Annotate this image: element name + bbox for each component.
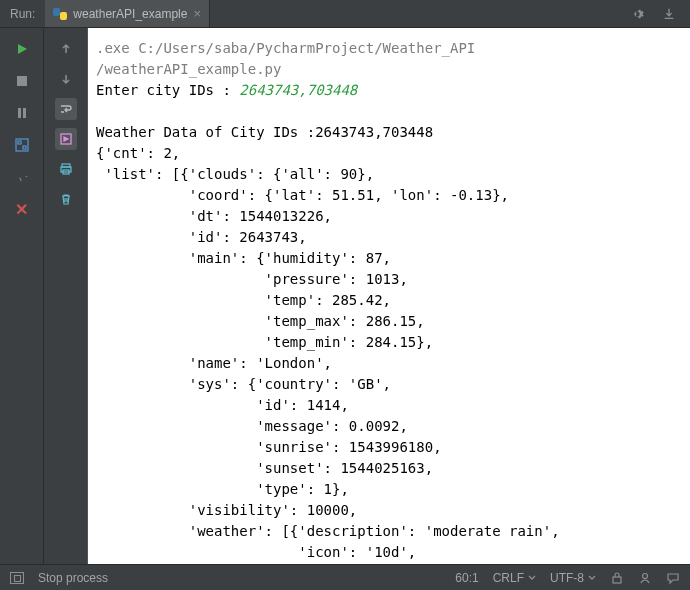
python-file-icon — [53, 7, 67, 21]
svg-rect-1 — [17, 76, 27, 86]
line-separator-label: CRLF — [493, 571, 524, 585]
delete-button[interactable] — [55, 188, 77, 210]
tab-title: weatherAPI_example — [73, 7, 187, 21]
pause-icon — [16, 107, 28, 119]
settings-button[interactable] — [626, 3, 648, 25]
exe-path-2: /weatherAPI_example.py — [96, 61, 281, 77]
prompt-user-input: 2643743,703448 — [239, 82, 357, 98]
ide-feedback-button[interactable] — [666, 571, 680, 585]
down-stack-button[interactable] — [55, 68, 77, 90]
file-encoding[interactable]: UTF-8 — [550, 571, 596, 585]
encoding-label: UTF-8 — [550, 571, 584, 585]
download-button[interactable] — [658, 3, 680, 25]
chevron-down-icon — [588, 574, 596, 582]
svg-point-12 — [643, 573, 648, 578]
scroll-end-icon — [59, 132, 73, 146]
svg-rect-6 — [23, 146, 26, 149]
caret-position[interactable]: 60:1 — [455, 571, 478, 585]
close-panel-button[interactable]: ✕ — [11, 198, 33, 220]
layout-icon — [15, 138, 29, 152]
arrow-up-icon — [60, 43, 72, 55]
run-tab[interactable]: weatherAPI_example × — [45, 0, 210, 27]
tool-window-icon[interactable] — [10, 572, 24, 584]
exe-path-1: .exe C:/Users/saba/PycharmProject/Weathe… — [96, 40, 475, 56]
up-stack-button[interactable] — [55, 38, 77, 60]
chat-icon — [666, 571, 680, 585]
prompt-label: Enter city IDs : — [96, 82, 239, 98]
read-only-toggle[interactable] — [610, 571, 624, 585]
svg-rect-3 — [23, 108, 26, 118]
console-output[interactable]: .exe C:/Users/saba/PycharmProject/Weathe… — [88, 28, 690, 564]
print-button[interactable] — [55, 158, 77, 180]
svg-rect-2 — [18, 108, 21, 118]
stop-square-icon — [16, 75, 28, 87]
chevron-down-icon — [528, 574, 536, 582]
printer-icon — [59, 162, 73, 176]
account-button[interactable] — [638, 571, 652, 585]
user-icon — [638, 571, 652, 585]
soft-wrap-icon — [59, 102, 73, 116]
svg-marker-0 — [18, 44, 27, 54]
status-message: Stop process — [38, 571, 108, 585]
soft-wrap-button[interactable] — [55, 98, 77, 120]
pin-button[interactable] — [11, 166, 33, 188]
pause-button[interactable] — [11, 102, 33, 124]
arrow-down-icon — [60, 73, 72, 85]
run-tool-label: Run: — [0, 0, 45, 27]
stop-button[interactable] — [11, 70, 33, 92]
program-output: Weather Data of City IDs :2643743,703448… — [96, 124, 560, 560]
console-text: .exe C:/Users/saba/PycharmProject/Weathe… — [96, 38, 682, 563]
download-icon — [662, 7, 676, 21]
gear-icon — [630, 7, 644, 21]
scroll-to-end-button[interactable] — [55, 128, 77, 150]
lock-icon — [610, 571, 624, 585]
svg-rect-5 — [18, 141, 21, 144]
svg-rect-11 — [613, 577, 621, 583]
line-separator[interactable]: CRLF — [493, 571, 536, 585]
rerun-button[interactable] — [11, 38, 33, 60]
trash-icon — [59, 192, 73, 206]
layout-button[interactable] — [11, 134, 33, 156]
close-x-icon: ✕ — [15, 200, 28, 219]
pin-icon — [15, 170, 29, 184]
close-tab-icon[interactable]: × — [193, 7, 201, 20]
play-icon — [15, 42, 29, 56]
